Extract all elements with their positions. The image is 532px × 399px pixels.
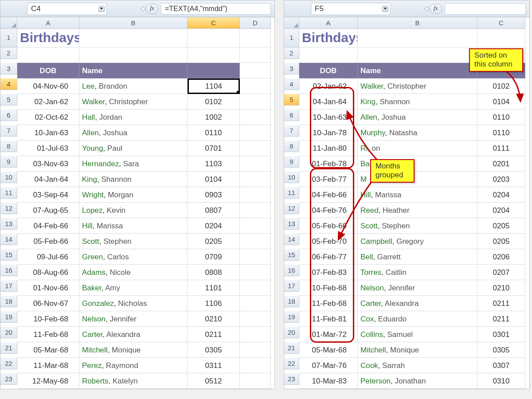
cell-code[interactable]: 0210 [477, 280, 525, 296]
cell-name[interactable]: Nelson, Jennifer [79, 311, 188, 327]
formula-input[interactable]: =TEXT(A4,"mmdd") [161, 3, 271, 15]
row-header[interactable]: 2 [0, 47, 17, 59]
row-header[interactable]: 17 [284, 280, 299, 292]
cell-code[interactable]: 0205 [477, 218, 525, 234]
cell[interactable] [240, 156, 271, 172]
cell-dob[interactable]: 10-Feb-68 [17, 311, 79, 327]
cell[interactable] [477, 29, 525, 47]
cell-name[interactable]: Torres, Caitlin [358, 265, 477, 280]
cell-code[interactable]: 0204 [477, 187, 525, 203]
cell-dob[interactable]: 10-Mar-83 [299, 373, 358, 389]
cell-code[interactable]: 0211 [477, 296, 525, 311]
cell-code[interactable]: 0110 [188, 125, 240, 141]
cell-code[interactable]: 0204 [188, 218, 240, 234]
cell-dob[interactable]: 12-May-68 [17, 373, 79, 389]
cell-code[interactable]: 0205 [188, 234, 240, 249]
row-header[interactable]: 15 [284, 249, 299, 261]
sheet-title[interactable]: Birthdays [299, 29, 358, 47]
cell[interactable] [240, 63, 271, 78]
row-header[interactable]: 22 [0, 358, 17, 369]
cell-name[interactable]: Lee, Brandon [79, 78, 188, 94]
cell-code[interactable]: 0102 [477, 78, 525, 94]
row-header[interactable]: 1 [0, 29, 17, 47]
row-header[interactable]: 8 [0, 141, 17, 152]
cell[interactable] [240, 342, 271, 358]
cell-dob[interactable]: 11-Feb-68 [17, 327, 79, 342]
cell-code[interactable]: 0207 [477, 265, 525, 280]
cell-name[interactable]: Adams, Nicole [79, 265, 188, 280]
cell[interactable] [240, 265, 271, 280]
cell-name[interactable]: Carter, Alexandra [79, 327, 188, 342]
cell[interactable] [188, 47, 240, 63]
cell[interactable] [240, 47, 271, 63]
cell[interactable] [240, 296, 271, 311]
cell[interactable] [358, 47, 477, 63]
cell-code[interactable]: 0301 [477, 327, 525, 342]
row-header[interactable]: 4 [284, 78, 299, 90]
row-header[interactable]: 13 [284, 218, 299, 230]
column-header-D[interactable]: D [240, 17, 271, 29]
formula-input[interactable] [445, 3, 526, 15]
cell-name[interactable]: Bell, Garrett [358, 249, 477, 265]
cell-name[interactable]: Hill, Marissa [79, 218, 188, 234]
cell-name[interactable]: Gonzalez, Nicholas [79, 296, 188, 311]
cell-dob[interactable]: 11-Feb-68 [299, 296, 358, 311]
row-header[interactable]: 6 [0, 110, 17, 121]
cell-dob[interactable]: 02-Oct-62 [17, 110, 79, 125]
cell[interactable] [240, 187, 271, 203]
row-header[interactable]: 18 [0, 296, 17, 307]
name-box[interactable]: F5 [311, 3, 391, 15]
cell-name[interactable]: Scott, Stephen [79, 234, 188, 249]
cell-dob[interactable]: 04-Feb-66 [17, 218, 79, 234]
row-header[interactable]: 2 [284, 47, 299, 59]
cell-dob[interactable]: 09-Jul-66 [17, 249, 79, 265]
cell-dob[interactable]: 11-Mar-68 [17, 358, 79, 373]
cell-name[interactable]: Hill, Marissa [358, 187, 477, 203]
row-header[interactable]: 11 [284, 187, 299, 199]
cell-dob[interactable]: 10-Jan-63 [17, 125, 79, 141]
cell-code[interactable]: 1103 [188, 156, 240, 172]
cell-dob[interactable]: 05-Feb-66 [17, 234, 79, 249]
cell-dob[interactable]: 10-Feb-68 [299, 280, 358, 296]
row-header[interactable]: 3 [0, 63, 17, 74]
cell-name[interactable]: Reed, Heather [358, 203, 477, 218]
cell-name[interactable]: Allen, Joshua [358, 110, 477, 125]
cell-dob[interactable]: 01-Mar-72 [299, 327, 358, 342]
cell-name[interactable]: Peterson, Jonathan [358, 373, 477, 389]
cell[interactable] [240, 234, 271, 249]
cell-code[interactable]: 0807 [188, 203, 240, 218]
cell-dob[interactable]: 07-Feb-83 [299, 265, 358, 280]
cell-code[interactable]: 0305 [188, 342, 240, 358]
column-header-B[interactable]: B [358, 17, 477, 29]
row-header[interactable]: 11 [0, 187, 17, 199]
row-header[interactable]: 7 [0, 125, 17, 137]
cell-name[interactable]: Carter, Alexandra [358, 296, 477, 311]
cell-name[interactable]: Walker, Christopher [358, 78, 477, 94]
cell-dob[interactable]: 10-Jan-63 [299, 110, 358, 125]
header-dob[interactable]: DOB [17, 63, 79, 78]
row-header[interactable]: 15 [0, 249, 17, 261]
cell[interactable] [240, 280, 271, 296]
row-header[interactable]: 23 [0, 373, 17, 385]
cell-name[interactable]: Murphy, Natasha [358, 125, 477, 141]
sheet-title[interactable]: Birthdays [17, 29, 79, 47]
column-header-A[interactable]: A [17, 17, 79, 29]
cell[interactable] [240, 203, 271, 218]
cell[interactable] [240, 373, 271, 389]
cell[interactable] [17, 47, 79, 63]
row-header[interactable]: 9 [284, 156, 299, 168]
cell-dob[interactable]: 08-Aug-66 [17, 265, 79, 280]
row-header[interactable]: 19 [0, 311, 17, 323]
cell[interactable] [240, 249, 271, 265]
row-header[interactable]: 13 [0, 218, 17, 230]
cell[interactable] [79, 29, 188, 47]
cell-dob[interactable]: 02-Jan-62 [17, 94, 79, 110]
cell-name[interactable]: Ri, on [358, 141, 477, 156]
cell-code[interactable]: 0111 [477, 141, 525, 156]
cell-code[interactable]: 0104 [477, 94, 525, 110]
row-header[interactable]: 5 [0, 94, 17, 106]
row-header[interactable]: 5 [284, 94, 299, 106]
cell-name[interactable]: Mitchell, Monique [79, 342, 188, 358]
column-header-B[interactable]: B [79, 17, 188, 29]
worksheet-grid[interactable]: ABCD1Birthdays23DOBName404-Nov-60Lee, Br… [0, 17, 274, 389]
